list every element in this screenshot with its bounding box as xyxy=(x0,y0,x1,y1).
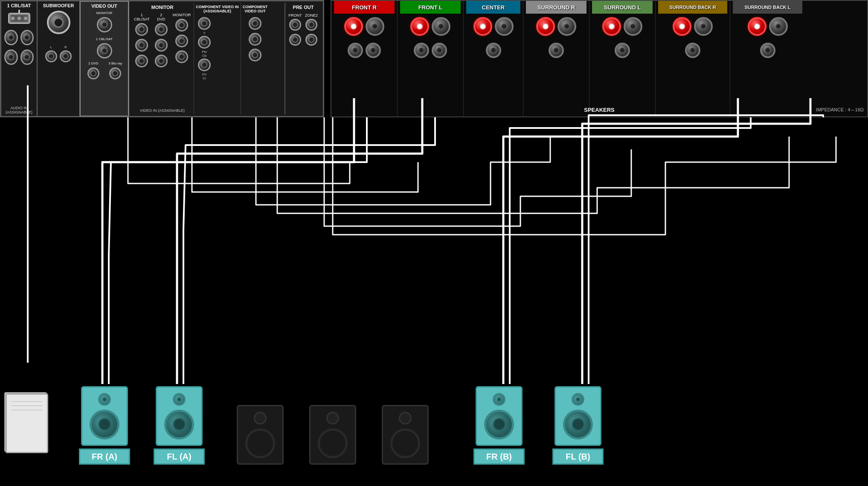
fl-b-speaker: FL (B) xyxy=(552,386,604,465)
fl-b-label: FL (B) xyxy=(566,452,590,462)
fr-a-tweeter xyxy=(98,393,111,406)
surround-l-speaker-box xyxy=(382,405,429,465)
wiring-diagram xyxy=(0,0,868,486)
fr-b-speaker: FR (B) xyxy=(473,386,525,465)
fr-a-label: FR (A) xyxy=(92,452,117,462)
fr-a-label-box: FR (A) xyxy=(79,448,130,465)
fl-a-speaker-box xyxy=(156,386,203,446)
fr-b-label-box: FR (B) xyxy=(473,448,525,465)
fl-a-speaker: FL (A) xyxy=(154,386,205,465)
fr-a-speaker: FR (A) xyxy=(79,386,130,465)
center-woofer xyxy=(245,428,275,458)
fl-a-woofer xyxy=(164,410,194,439)
fr-b-woofer xyxy=(484,410,514,439)
surround-r-speaker xyxy=(309,405,356,465)
fl-a-label-box: FL (A) xyxy=(154,448,205,465)
fl-b-label-box: FL (B) xyxy=(552,448,604,465)
fl-b-woofer xyxy=(563,410,593,439)
center-speaker-box xyxy=(237,405,284,465)
surround-l-woofer xyxy=(390,428,420,458)
surround-r-woofer xyxy=(318,428,348,458)
fl-b-tweeter xyxy=(572,393,584,406)
surround-r-speaker-box xyxy=(309,405,356,465)
fr-a-speaker-box xyxy=(81,386,128,446)
subwoofer-speaker-icon xyxy=(4,392,47,452)
surround-l-tweeter xyxy=(399,412,412,425)
fl-b-speaker-box xyxy=(554,386,601,446)
fr-b-tweeter xyxy=(493,393,505,406)
fr-a-woofer xyxy=(90,410,119,439)
surround-l-speaker xyxy=(382,405,429,465)
center-tweeter xyxy=(254,412,267,425)
center-speaker xyxy=(237,405,284,465)
fl-a-label: FL (A) xyxy=(167,452,191,462)
fr-b-speaker-box xyxy=(476,386,523,446)
surround-r-tweeter xyxy=(326,412,339,425)
fl-a-tweeter xyxy=(173,393,186,406)
fr-b-label: FR (B) xyxy=(486,452,512,462)
